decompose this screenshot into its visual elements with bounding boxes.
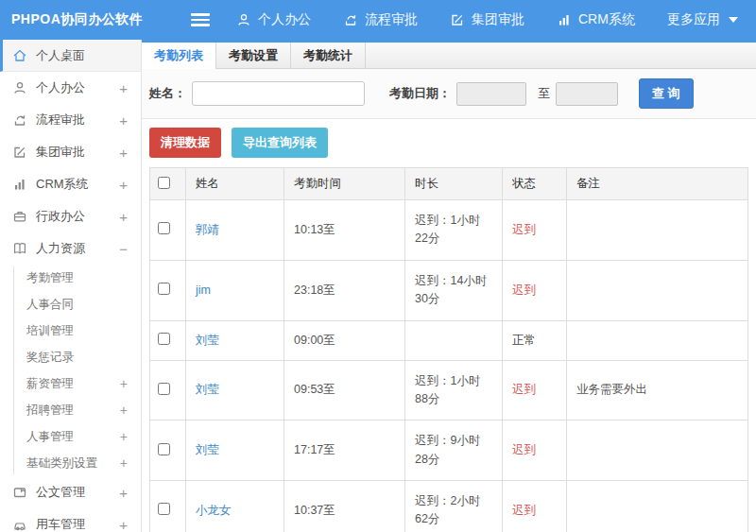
remark-cell xyxy=(567,320,748,360)
clear-data-button[interactable]: 清理数据 xyxy=(149,128,221,158)
tab-attendance-statistics[interactable]: 考勤统计 xyxy=(291,43,366,68)
sidebar-item-document-management[interactable]: 公文管理 + xyxy=(0,476,141,508)
topnav-workflow-approval[interactable]: 流程审批 xyxy=(343,11,418,28)
tab-attendance-settings[interactable]: 考勤设置 xyxy=(216,43,291,68)
expand-icon[interactable]: + xyxy=(119,517,128,532)
header-duration: 时长 xyxy=(405,168,503,200)
date-to-input[interactable] xyxy=(556,82,618,106)
row-checkbox[interactable] xyxy=(158,383,170,395)
sidebar-subitem-label: 薪资管理 xyxy=(26,376,74,392)
sidebar-item-personal-office[interactable]: 个人办公 + xyxy=(0,72,141,104)
row-checkbox[interactable] xyxy=(158,503,170,515)
remark-cell xyxy=(567,481,748,532)
topnav-label: 流程审批 xyxy=(365,11,418,28)
sidebar-item-group-approval[interactable]: 集团审批 + xyxy=(0,136,141,168)
sidebar-item-workflow-approval[interactable]: 流程审批 + xyxy=(0,104,141,136)
tab-attendance-list[interactable]: 考勤列表 xyxy=(142,43,216,70)
sidebar-subitem-personnel-management[interactable]: 人事管理 + xyxy=(0,423,141,450)
row-checkbox[interactable] xyxy=(158,333,170,345)
header-name: 姓名 xyxy=(186,168,284,200)
select-all-checkbox[interactable] xyxy=(158,177,170,189)
employee-name-link[interactable]: 郭靖 xyxy=(196,223,219,236)
sidebar-subitem-salary-management[interactable]: 薪资管理 + xyxy=(0,370,141,397)
briefcase-icon xyxy=(12,209,27,224)
duration-cell: 迟到：1小时22分 xyxy=(405,200,503,261)
sidebar-subitem-training-management[interactable]: 培训管理 xyxy=(0,317,141,344)
document-icon xyxy=(12,485,27,500)
menu-toggle-icon[interactable] xyxy=(191,13,210,26)
employee-name-link[interactable]: 刘莹 xyxy=(196,383,219,396)
date-from-input[interactable] xyxy=(456,82,526,106)
bar-chart-icon xyxy=(557,12,572,27)
edit-icon xyxy=(12,145,27,160)
sidebar-subitem-reward-punishment[interactable]: 奖惩记录 xyxy=(0,344,141,370)
sidebar-subitem-label: 基础类别设置 xyxy=(26,455,97,472)
expand-icon[interactable]: + xyxy=(120,376,128,391)
expand-icon[interactable]: + xyxy=(119,209,128,225)
sidebar-item-label: 人力资源 xyxy=(36,240,85,257)
sidebar-item-label: CRM系统 xyxy=(36,176,89,193)
topnav-group-approval[interactable]: 集团审批 xyxy=(450,11,524,28)
attendance-table: 姓名 考勤时间 时长 状态 备注 郭靖 10:13至 迟到：1小时22分 迟到 xyxy=(149,167,748,532)
action-bar: 清理数据 导出查询列表 xyxy=(142,119,756,167)
table-row: 刘莹 17:17至 迟到：9小时28分 迟到 xyxy=(150,420,748,481)
remark-cell xyxy=(567,260,748,320)
sidebar-item-vehicle-management[interactable]: 用车管理 + xyxy=(0,508,141,532)
collapse-icon[interactable]: − xyxy=(119,241,128,257)
attendance-time: 23:18至 xyxy=(284,260,405,320)
status-badge: 正常 xyxy=(512,334,536,347)
topnav-more-apps[interactable]: 更多应用 xyxy=(667,11,738,28)
header-time: 考勤时间 xyxy=(284,168,405,200)
name-input[interactable] xyxy=(192,81,365,106)
search-button[interactable]: 查 询 xyxy=(639,78,694,109)
chevron-down-icon xyxy=(729,17,738,23)
topnav-label: 更多应用 xyxy=(667,11,720,28)
table-row: jim 23:18至 迟到：14小时30分 迟到 xyxy=(150,260,748,320)
sidebar-item-personal-desktop[interactable]: 个人桌面 xyxy=(0,40,141,72)
sidebar-subitem-base-category-settings[interactable]: 基础类别设置 + xyxy=(0,450,141,476)
sidebar-subitem-label: 培训管理 xyxy=(26,323,74,339)
remark-cell: 业务需要外出 xyxy=(567,360,748,420)
sidebar-subitem-hr-contracts[interactable]: 人事合同 xyxy=(0,291,141,317)
sidebar-subitem-label: 招聘管理 xyxy=(26,403,74,419)
sidebar-subitem-label: 人事合同 xyxy=(26,297,74,313)
car-icon xyxy=(12,517,27,532)
row-checkbox[interactable] xyxy=(158,222,170,234)
expand-icon[interactable]: + xyxy=(120,429,128,444)
sidebar-subitem-attendance-management[interactable]: 考勤管理 xyxy=(0,265,141,291)
employee-name-link[interactable]: jim xyxy=(196,283,211,297)
app-logo: PHPOA协同办公软件 xyxy=(0,11,142,28)
duration-cell: 迟到：1小时88分 xyxy=(405,360,503,420)
status-badge: 迟到 xyxy=(512,283,536,297)
expand-icon[interactable]: + xyxy=(119,145,128,161)
date-to-label: 至 xyxy=(538,85,550,102)
remark-cell xyxy=(567,420,748,481)
employee-name-link[interactable]: 刘莹 xyxy=(196,334,219,347)
sidebar-item-crm-system[interactable]: CRM系统 + xyxy=(0,168,141,200)
export-list-button[interactable]: 导出查询列表 xyxy=(232,128,328,158)
expand-icon[interactable]: + xyxy=(119,112,128,129)
status-badge: 迟到 xyxy=(512,504,536,517)
sidebar-item-human-resources[interactable]: 人力资源 − xyxy=(0,232,141,265)
expand-icon[interactable]: + xyxy=(119,485,128,501)
expand-icon[interactable]: + xyxy=(120,455,128,471)
topnav-crm-system[interactable]: CRM系统 xyxy=(557,11,635,28)
topnav-personal-office[interactable]: 个人办公 xyxy=(236,11,311,28)
table-row: 小龙女 10:37至 迟到：2小时62分 迟到 xyxy=(150,481,748,532)
sidebar-item-label: 个人桌面 xyxy=(36,47,85,64)
header-remark: 备注 xyxy=(567,168,748,200)
row-checkbox[interactable] xyxy=(158,283,170,295)
sidebar-item-admin-office[interactable]: 行政办公 + xyxy=(0,200,141,232)
table-row: 郭靖 10:13至 迟到：1小时22分 迟到 xyxy=(150,200,748,261)
employee-name-link[interactable]: 小龙女 xyxy=(196,504,232,517)
search-form: 姓名： 考勤日期： 至 查 询 xyxy=(142,69,756,119)
row-checkbox[interactable] xyxy=(158,443,170,455)
expand-icon[interactable]: + xyxy=(120,403,128,418)
main-content: 考勤列表 考勤设置 考勤统计 姓名： 考勤日期： 至 查 询 清理数据 导出查询… xyxy=(142,40,756,532)
attendance-time: 10:37至 xyxy=(284,481,405,532)
sidebar-subitem-recruitment-management[interactable]: 招聘管理 + xyxy=(0,397,141,423)
expand-icon[interactable]: + xyxy=(119,80,128,96)
workflow-icon xyxy=(343,12,358,27)
employee-name-link[interactable]: 刘莹 xyxy=(196,443,219,456)
expand-icon[interactable]: + xyxy=(119,177,128,193)
